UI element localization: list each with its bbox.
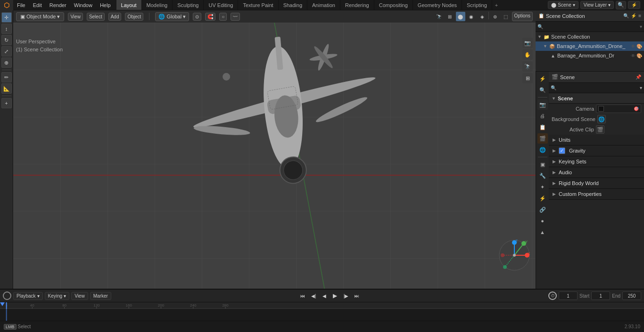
search-btn[interactable]: 🔍 <box>616 1 626 9</box>
menu-edit[interactable]: Edit <box>29 0 46 10</box>
viewport-xray-toggle[interactable]: ⬚ <box>501 12 511 21</box>
props-filter-dropdown[interactable]: ▾ <box>640 85 642 90</box>
record-btn[interactable] <box>3 292 11 300</box>
transform-select[interactable]: 🌐 Global ▾ <box>155 12 189 21</box>
viewport-overlay-toggle[interactable]: ⊚ <box>490 12 500 21</box>
add-menu[interactable]: Add <box>108 13 122 21</box>
props-render-icon[interactable]: 📷 <box>537 99 548 110</box>
props-physics-icon[interactable]: ⚡ <box>537 193 548 203</box>
props-object-icon[interactable]: ▣ <box>537 159 548 170</box>
background-scene-icon[interactable]: 🌐 <box>597 115 606 123</box>
proportional-edit[interactable]: ○ <box>219 13 227 21</box>
jump-start-btn[interactable]: ⏮ <box>298 291 307 300</box>
jump-end-btn[interactable]: ⏭ <box>352 291 362 300</box>
gravity-checkbox[interactable]: ✓ <box>559 147 565 154</box>
outliner-search-btn[interactable]: 🔍 <box>623 13 629 18</box>
tab-sculpting[interactable]: Sculpting <box>173 0 204 10</box>
viewport-canvas[interactable]: User Perspective (1) Scene Collection Y … <box>13 23 536 300</box>
camera-icon-btn[interactable]: 📷 <box>522 38 533 48</box>
outliner-filter-btn[interactable]: ⚡ <box>631 13 636 18</box>
marker-menu[interactable]: Marker <box>90 292 111 300</box>
tab-modeling[interactable]: Modeling <box>142 0 173 10</box>
timeline-track[interactable] <box>0 309 644 321</box>
props-filter-icon[interactable]: ⚡ <box>537 73 548 84</box>
props-search-icon[interactable]: 🔍 <box>537 85 548 95</box>
props-world-icon[interactable]: 🌐 <box>537 145 548 155</box>
object-mode-select[interactable]: ▣ Object Mode ▾ <box>16 12 64 21</box>
tab-geometry-nodes[interactable]: Geometry Nodes <box>413 0 462 10</box>
navigation-gizmo[interactable]: Y X Z <box>498 239 531 272</box>
options-button[interactable]: Options <box>512 12 533 21</box>
viewport-shading-render[interactable]: ◈ <box>478 12 487 21</box>
props-material-icon[interactable]: ● <box>537 216 548 226</box>
props-view-layer-icon[interactable]: 📋 <box>537 122 548 132</box>
rigid-body-header[interactable]: ▶ Rigid Body World <box>549 178 644 188</box>
props-data-icon[interactable]: ▲ <box>537 227 548 237</box>
keying-menu[interactable]: Keying ▾ <box>45 292 70 300</box>
tab-texture-paint[interactable]: Texture Paint <box>238 0 278 10</box>
menu-file[interactable]: File <box>13 0 29 10</box>
graph-toggle[interactable]: 〰 <box>231 13 240 21</box>
audio-header[interactable]: ▶ Audio <box>549 167 644 178</box>
render-icon[interactable]: 🎨 <box>636 44 642 49</box>
move-viewport-btn[interactable]: ✋ <box>522 49 533 60</box>
object-menu[interactable]: Object <box>125 13 143 21</box>
props-scene-icon[interactable]: 🎬 <box>537 133 548 144</box>
outliner-menu-btn[interactable]: ≡ <box>638 13 641 18</box>
tab-scripting[interactable]: Scripting <box>462 0 492 10</box>
menu-render[interactable]: Render <box>46 0 70 10</box>
tab-compositing[interactable]: Compositing <box>374 0 413 10</box>
eye-icon[interactable]: 👁 <box>631 44 636 49</box>
active-clip-icon[interactable]: 🎬 <box>596 125 604 134</box>
play-reverse-btn[interactable]: ◀ <box>320 291 329 300</box>
rotate-tool[interactable]: ↻ <box>1 35 12 45</box>
zoom-viewport-btn[interactable]: 🔭 <box>522 61 533 72</box>
menu-help[interactable]: Help <box>96 0 115 10</box>
custom-props-header[interactable]: ▶ Custom Properties <box>549 189 644 199</box>
tab-animation[interactable]: Animation <box>307 0 340 10</box>
select-menu[interactable]: Select <box>87 13 105 21</box>
viewport-shading-wire[interactable]: ⊞ <box>445 12 454 21</box>
prev-keyframe-btn[interactable]: ◀| <box>309 291 318 300</box>
view-menu[interactable]: View <box>68 13 83 21</box>
props-pin-icon[interactable]: 📌 <box>636 74 641 80</box>
view-layer-select[interactable]: View Layer ▾ <box>580 1 614 9</box>
menu-window[interactable]: Window <box>70 0 96 10</box>
pivot-select[interactable]: ⊙ <box>193 13 201 21</box>
viewport-shading-solid[interactable]: ⬤ <box>456 12 465 21</box>
mesh-eye-icon[interactable]: 👁 <box>631 53 636 58</box>
scale-tool[interactable]: ⤢ <box>1 46 12 57</box>
viewport-nav-icon[interactable]: 🔭 <box>434 12 444 21</box>
start-frame-input[interactable]: 1 <box>591 292 610 300</box>
gravity-header[interactable]: ▶ ✓ Gravity <box>549 146 644 156</box>
snap-toggle[interactable]: 🧲 <box>205 13 215 21</box>
playback-menu[interactable]: Playback ▾ <box>13 292 43 300</box>
engine-select[interactable]: ⬤ Scene ▾ <box>548 1 578 9</box>
cursor-tool[interactable]: ✛ <box>1 12 12 23</box>
tab-uv-editing[interactable]: UV Editing <box>204 0 238 10</box>
filter-icon[interactable]: ▾ <box>640 24 642 29</box>
camera-pick-icon[interactable]: 🎯 <box>634 106 639 111</box>
props-particles-icon[interactable]: ✦ <box>537 182 548 192</box>
next-keyframe-btn[interactable]: |▶ <box>341 291 351 300</box>
measure-tool[interactable]: 📐 <box>1 83 12 94</box>
outliner-item-collection[interactable]: ▼ 📁 Scene Collection <box>536 32 644 41</box>
3d-viewport[interactable]: ▣ Object Mode ▾ View Select Add Object 🌐… <box>13 10 536 300</box>
outliner-item-drone-parent[interactable]: ▼ 📦 Barrage_Ammunition_Drone_ 👁 🎨 <box>536 41 644 51</box>
add-tool[interactable]: + <box>1 98 12 108</box>
units-header[interactable]: ▶ Units <box>549 135 644 145</box>
outliner-search-input[interactable] <box>545 24 640 29</box>
end-frame-input[interactable]: 250 <box>622 292 641 300</box>
current-frame-input[interactable]: 1 <box>559 292 578 300</box>
props-constraints-icon[interactable]: 🔗 <box>537 204 548 215</box>
view-menu-tl[interactable]: View <box>71 292 88 300</box>
add-workspace-btn[interactable]: + <box>492 0 501 10</box>
play-btn[interactable]: ▶ <box>330 291 340 300</box>
viewport-shading-material[interactable]: ◉ <box>467 12 476 21</box>
props-search-field[interactable] <box>558 85 640 90</box>
tab-rendering[interactable]: Rendering <box>340 0 374 10</box>
grid-icon-btn[interactable]: ⊞ <box>522 73 533 83</box>
move-tool[interactable]: ↕ <box>1 24 12 34</box>
timecode-icon[interactable]: ⏱ <box>548 292 557 300</box>
tab-shading[interactable]: Shading <box>279 0 307 10</box>
